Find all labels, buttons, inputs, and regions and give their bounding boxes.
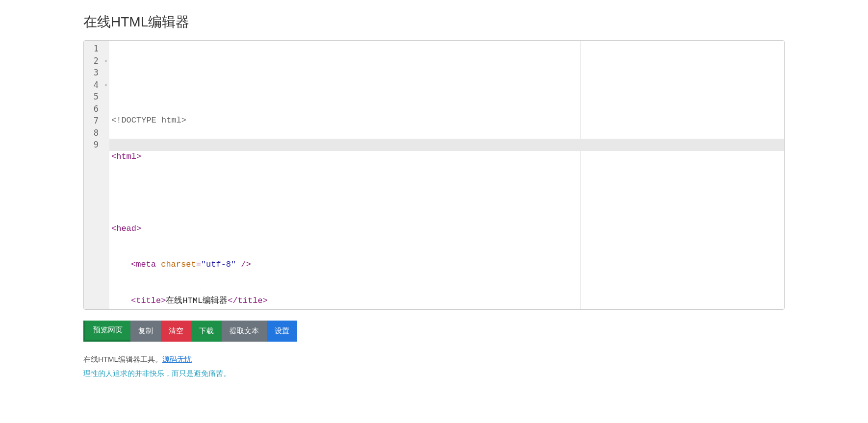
footer-description: 在线HTML编辑器工具。源码无忧: [83, 352, 785, 367]
line-number: 9: [88, 139, 99, 151]
line-number: 7: [88, 115, 99, 127]
line-number: 6: [88, 103, 99, 115]
code-line: <html>: [111, 151, 782, 163]
source-link[interactable]: 源码无忧: [162, 355, 192, 363]
code-line: <meta charset="utf-8" />: [111, 259, 782, 271]
line-number: 8: [88, 127, 99, 139]
line-number: 5: [88, 91, 99, 103]
line-number: 4: [88, 79, 99, 91]
page-title: 在线HTML编辑器: [83, 13, 785, 31]
toolbar: 预览网页 复制 清空 下载 提取文本 设置: [83, 321, 785, 342]
preview-button[interactable]: 预览网页: [83, 321, 130, 342]
fold-arrow-icon[interactable]: [102, 79, 109, 91]
code-line: <!DOCTYPE html>: [111, 115, 782, 127]
code-line: <head>: [111, 223, 782, 235]
code-line: <title>在线HTML编辑器</title>: [111, 295, 782, 307]
settings-button[interactable]: 设置: [267, 321, 297, 342]
code-line: [111, 187, 782, 199]
clear-button[interactable]: 清空: [161, 321, 191, 342]
line-number: 2: [88, 55, 99, 67]
copy-button[interactable]: 复制: [130, 321, 161, 342]
download-button[interactable]: 下载: [191, 321, 222, 342]
extract-text-button[interactable]: 提取文本: [222, 321, 267, 342]
line-number: 1: [88, 43, 99, 55]
footer-quote: 理性的人追求的并非快乐，而只是避免痛苦。: [83, 367, 785, 381]
footer-desc-text: 在线HTML编辑器工具。: [83, 355, 162, 363]
fold-gutter: [102, 41, 109, 309]
code-editor[interactable]: 1 2 3 4 5 6 7 8 9 <!DOCTYPE html>: [83, 40, 785, 310]
code-content-area[interactable]: <!DOCTYPE html> <html> <head> <meta char…: [109, 41, 784, 309]
line-number: 3: [88, 67, 99, 79]
line-number-gutter: 1 2 3 4 5 6 7 8 9: [84, 41, 102, 309]
fold-arrow-icon[interactable]: [102, 55, 109, 67]
